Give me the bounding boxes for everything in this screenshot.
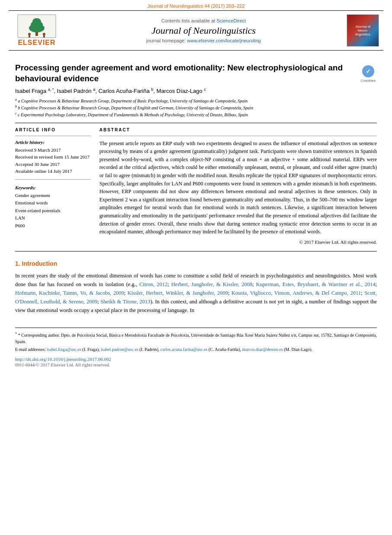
email-link-acuna[interactable]: carlos.acuna.farina@usc.es [160,347,207,352]
article-title-block: Processing gender agreement and word emo… [15,63,377,84]
keyword-5: P600 [15,222,91,230]
journal-homepage: journal homepage: www.elsevier.com/locat… [61,38,347,43]
svg-rect-8 [43,35,45,38]
ref-hofmann[interactable]: Hofmann, Kuchinke, Tamm, Vo, & Jacobs, 2… [15,290,124,296]
abstract-header: ABSTRACT [99,127,377,132]
article-info-header: ARTICLE INFO [15,127,91,132]
accepted-date: Accepted 30 June 2017 [15,161,91,168]
section-divider-1 [15,123,377,123]
journal-title-block: Contents lists available at ScienceDirec… [61,18,347,43]
ref-kuperman[interactable]: Kuperman, Estes, Brysbaert, & Warriner e… [256,281,375,287]
abstract-text: The present article reports an ERP study… [99,140,377,236]
footnote-star: * * Corresponding author. Dpto. de Psico… [15,331,377,345]
affiliations-block: a a Cognitive Processes & Behaviour Rese… [15,97,377,118]
journal-header: ELSEVIER Contents lists available at Sci… [9,10,383,51]
col-divider-1 [15,136,91,136]
available-date: Available online 14 July 2017 [15,168,91,175]
homepage-url[interactable]: www.elsevier.com/locate/jneuroling [187,38,261,43]
email-label: E-mail addresses: [15,347,46,352]
svg-rect-6 [29,35,30,38]
col-divider-3 [99,136,377,136]
journal-thumbnail: Journal ofNeuro-linguistics [347,14,379,47]
affiliation-b: b b Cognitive Processes & Behaviour Rese… [15,104,377,111]
svg-point-4 [32,18,41,25]
keywords-label: Keywords: [15,185,91,190]
homepage-label: journal homepage: [147,38,186,43]
svg-point-5 [28,33,31,35]
intro-heading: 1. Introduction [15,260,377,267]
intro-paragraph: In recent years the study of the emotion… [15,271,377,315]
page: Journal of Neurolinguistics 44 (2017) 20… [0,0,392,535]
crossmark-icon: ✓ [361,64,375,78]
two-column-layout: ARTICLE INFO Article history: Received 9… [15,127,377,245]
ref-kousta[interactable]: Kousta, Vigliocco, Vinson, Andrews, & De… [232,290,361,296]
sciencedirect-line: Contents lists available at ScienceDirec… [61,18,347,23]
email-link-diaz[interactable]: marcos.diaz@deusto.es [242,347,283,352]
crossmark-block: ✓ CrossMark [360,64,377,82]
elsevier-brand-text: ELSEVIER [18,39,55,47]
keywords-section: Keywords: Gender agreement Emotional wor… [15,185,91,230]
journal-name: Journal of Neurolinguistics [61,25,347,36]
keyword-3: Event-related potentials [15,207,91,215]
footer-divider [15,328,377,328]
footnotes-block: * * Corresponding author. Dpto. de Psico… [0,331,392,353]
sciencedirect-link[interactable]: ScienceDirect [217,18,246,23]
article-info-column: ARTICLE INFO Article history: Received 9… [15,127,91,245]
introduction-section: 1. Introduction In recent years the stud… [15,260,377,315]
received-date: Received 9 March 2017 [15,146,91,154]
ref-citron[interactable]: Citron, 2012 [139,281,167,287]
contents-label: Contents lists available at [161,18,215,23]
col-divider-2 [15,179,91,180]
ref-sheikh[interactable]: Sheikh & Titone, 2013 [100,299,150,305]
article-content: Processing gender agreement and word emo… [0,51,392,319]
history-label: Article history: [15,140,91,145]
journal-reference: Journal of Neurolinguistics 44 (2017) 20… [0,0,392,10]
footnote-email: E-mail addresses: isabel.fraga@usc.es (I… [15,346,377,353]
journal-ref-text: Journal of Neurolinguistics 44 (2017) 20… [147,3,245,9]
abstract-column: ABSTRACT The present article reports an … [99,127,377,245]
keyword-2: Emotional words [15,199,91,207]
svg-point-7 [43,33,45,35]
email-link-fraga[interactable]: isabel.fraga@usc.es [47,347,81,352]
issn-line: 0911-6044/© 2017 Elsevier Ltd. All right… [0,363,392,367]
affiliation-a: a a Cognitive Processes & Behaviour Rese… [15,97,377,104]
elsevier-logo: ELSEVIER [13,14,61,47]
authors-line: Isabel Fraga a, *, Isabel Padrón a, Carl… [15,87,377,94]
doi-anchor[interactable]: http://dx.doi.org/10.1016/j.jneuroling.2… [15,357,111,362]
article-title: Processing gender agreement and word emo… [15,63,355,84]
crossmark-label: CrossMark [361,79,376,82]
affiliation-c: c c Experimental Psychology Laboratory, … [15,111,377,118]
section-divider-2 [15,251,377,252]
keyword-4: LAN [15,214,91,222]
revised-date: Received in revised form 15 June 2017 [15,153,91,161]
copyright-line: © 2017 Elsevier Ltd. All rights reserved… [99,239,377,245]
ref-herbert[interactable]: Herbert, Junghofer, & Kissler, 2008 [171,281,252,287]
ref-kissler[interactable]: Kissler, Herbert, Winkler, & Junghofer, … [127,290,228,296]
email-link-padron[interactable]: isabel.padron@usc.es [101,347,138,352]
svg-text:✓: ✓ [366,68,371,75]
doi-link[interactable]: http://dx.doi.org/10.1016/j.jneuroling.2… [0,354,392,363]
elsevier-tree-icon [17,14,56,38]
keyword-1: Gender agreement [15,192,91,200]
thumb-label: Journal ofNeuro-linguistics [354,23,372,38]
